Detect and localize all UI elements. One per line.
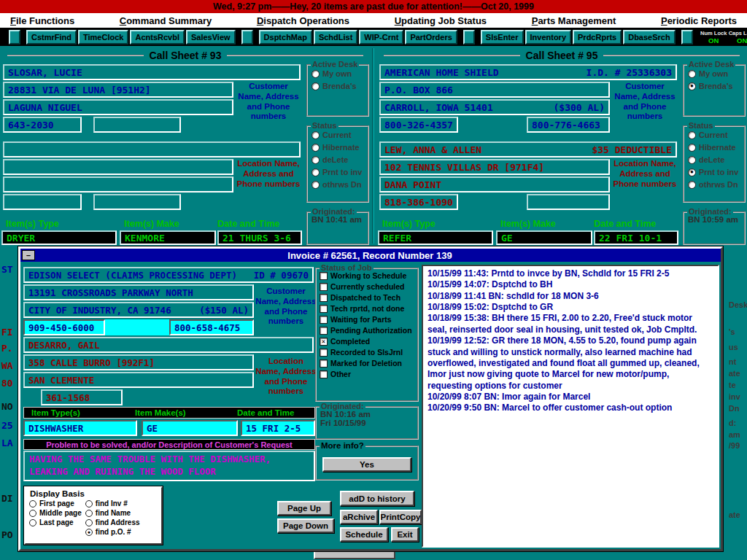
customer-phone2-field[interactable]: 800-776-4663 [527, 117, 610, 133]
radio-my-own[interactable]: My own [688, 69, 743, 78]
location-address-field[interactable] [3, 159, 233, 175]
customer-city-field[interactable]: CARROLL, IOWA 51401($300 AL) [379, 99, 610, 115]
radio-delete[interactable]: deLete [311, 155, 366, 164]
prdcrprts-button[interactable]: PrdcRprts [573, 30, 622, 44]
customer-phone2-field[interactable] [93, 117, 181, 133]
page-down-button[interactable]: Page Down [277, 518, 334, 533]
location-phone1-field[interactable] [3, 194, 82, 210]
radio-brendas[interactable]: Brenda's [311, 82, 366, 90]
location-phone2-field[interactable] [93, 194, 181, 210]
acntsrcvbl-button[interactable]: AcntsRcvbl [130, 30, 185, 44]
timeclock-button[interactable]: TimeClock [78, 30, 128, 44]
location-city-field[interactable] [3, 176, 233, 192]
radio-current[interactable]: Current [311, 131, 366, 139]
menu-dispatch-operations[interactable]: Dispatch Operations [257, 15, 349, 26]
checkbox-dispatched-to-tech[interactable]: Dispatched to Tech [320, 293, 416, 302]
page-up-button[interactable]: Page Up [277, 501, 331, 516]
menu-periodic-reports[interactable]: Periodic Reports [661, 15, 737, 26]
radio-find-po[interactable]: ●find p.O. # [85, 528, 140, 536]
item-make-value[interactable]: KENMORE [120, 230, 216, 245]
location-city-field[interactable]: DANA POINT [379, 176, 610, 192]
radio-delete[interactable]: deLete [688, 155, 743, 164]
location-phone-field[interactable]: 361-1568 [41, 389, 123, 405]
radio-last-page[interactable]: Last page [29, 518, 82, 526]
checkbox-recorded-to-slsjrnl[interactable]: Recorded to SlsJrnl [320, 348, 416, 357]
problem-text-field[interactable]: HAVING THE SAME TROUBLE WITH THE DISHWAS… [23, 451, 315, 481]
radio-prnt-to-inv[interactable]: ●Prnt to inv [688, 168, 743, 176]
customer-phone2-field[interactable]: 800-658-4675 [169, 319, 254, 335]
radio-my-own[interactable]: My own [311, 69, 366, 78]
checkbox-marked-for-deletion[interactable]: Marked for Deletion [320, 359, 416, 368]
customer-name-field[interactable]: SLOSAR, LUCIE [3, 64, 301, 80]
item-date-value[interactable]: 15 FRI 2-5 [241, 420, 315, 436]
dialog-titlebar[interactable]: Invoice # 62561, Record Number 139 [20, 249, 721, 262]
checkbox-waiting-for-parts[interactable]: Waiting for Parts [320, 315, 416, 324]
customer-name-field[interactable]: EDISON SELECT (CLAIMS PROCESSING DEPT)ID… [23, 267, 314, 283]
location-city-field[interactable]: SAN CLEMENTE [23, 372, 254, 388]
radio-find-name[interactable]: find Name [85, 509, 140, 517]
customer-city-field[interactable]: CITY OF INDUSTRY, CA 91746($150 AL) [23, 302, 254, 318]
customer-phone1-field[interactable]: 800-326-4357 [379, 117, 458, 133]
location-address-field[interactable]: 102 TENNIS VILLAS DR [971F4] [379, 159, 610, 175]
radio-hibernate[interactable]: Hibernate [688, 143, 743, 152]
location-phone2-field[interactable] [527, 194, 610, 210]
item-date-value[interactable]: 22 FRI 10-1 [594, 230, 678, 245]
checkbox-currently-scheduled[interactable]: Currently scheduled [320, 282, 416, 291]
menu-parts-management[interactable]: Parts Management [532, 15, 616, 26]
radio-find-inv[interactable]: find Inv # [85, 499, 140, 508]
window-menu-icon[interactable] [22, 250, 35, 260]
radio-find-address[interactable]: find Address [85, 518, 140, 526]
menu-updating-job-status[interactable]: Updating Job Status [395, 15, 487, 26]
radio-middle-page[interactable]: Middle page [29, 509, 82, 517]
partorders-button[interactable]: PartOrders [405, 30, 457, 44]
location-name-field[interactable]: LEW, ANNA & ALLEN$35 DEDUCTIBLE [379, 141, 677, 158]
checkbox-tech-rprtd-not-done[interactable]: Tech rprtd, not done [320, 304, 416, 313]
customer-address-field[interactable]: P.O. BOX 866 [379, 82, 610, 98]
checkbox-pending-authorization[interactable]: Pending Authorization [320, 326, 416, 335]
item-type-value[interactable]: DISHWASHER [23, 420, 137, 436]
customer-address-field[interactable]: 28831 VIA DE LUNA [951H2] [3, 82, 233, 98]
archive-button[interactable]: aRchive [340, 510, 378, 524]
customer-phone1-field[interactable]: 643-2030 [3, 117, 82, 133]
add-to-history-button[interactable]: adD to history [340, 491, 414, 506]
customer-phone1-field[interactable]: 909-450-6000 [23, 319, 105, 335]
checkbox-other[interactable]: Other [320, 370, 416, 378]
radio-othrws-dn[interactable]: othrws Dn [688, 180, 743, 189]
slsenter-button[interactable]: SlsEnter [481, 30, 524, 44]
item-make-value[interactable]: GE [142, 420, 238, 436]
customer-city-field[interactable]: LAGUNA NIGUEL [3, 99, 233, 115]
location-name-field[interactable]: DESARRO, GAIL [23, 337, 314, 353]
schdlist-button[interactable]: SchdList [314, 30, 357, 44]
customer-address-field[interactable]: 13191 CROSSROADS PARKWAY NORTH [23, 284, 254, 300]
dsptchmap-button[interactable]: DsptchMap [259, 30, 312, 44]
inventory-button[interactable]: Inventory [525, 30, 572, 44]
radio-current[interactable]: Current [688, 131, 743, 139]
checkbox-working-to-schedule[interactable]: Working to Schedule [320, 271, 416, 280]
checkbox-completed[interactable]: ✕Completed [320, 337, 416, 346]
item-type-value[interactable]: REFER [378, 230, 493, 245]
print-copy-button[interactable]: PrintCopy [379, 510, 422, 524]
wip-crnt-button[interactable]: WIP-Crnt [359, 30, 403, 44]
yes-button[interactable]: Yes [322, 457, 411, 472]
item-date-value[interactable]: 21 THURS 3-6 [217, 230, 302, 245]
schedule-button[interactable]: Schedule [340, 527, 388, 542]
radio-brendas[interactable]: ●Brenda's [688, 82, 743, 90]
dbasesrch-button[interactable]: DbaseSrch [623, 30, 675, 44]
radio-hibernate[interactable]: Hibernate [311, 143, 366, 152]
radio-first-page[interactable]: First page [29, 499, 82, 508]
location-phone1-field[interactable]: 818-386-1090 [379, 194, 458, 210]
item-make-value[interactable]: GE [496, 230, 592, 245]
radio-othrws-dn[interactable]: othrws Dn [311, 180, 366, 189]
cstmrfind-button[interactable]: CstmrFind [26, 30, 77, 44]
customer-name-field[interactable]: AMERICAN HOME SHIELDI.D. # 25336303 [379, 64, 677, 80]
menu-file-functions[interactable]: File Functions [10, 15, 74, 26]
item-type-value[interactable]: DRYER [1, 230, 117, 245]
history-log[interactable]: 10/15/99 11:43: Prntd to invce by BN, Sc… [422, 265, 719, 548]
radio-prnt-to-inv[interactable]: Prnt to inv [311, 168, 366, 176]
location-name-field[interactable] [3, 141, 301, 158]
menu-command-summary[interactable]: Command Summary [120, 15, 212, 26]
salesview-button[interactable]: SalesView [186, 30, 236, 44]
active-desk-group: Active Desk My own Brenda's [306, 64, 369, 117]
location-address-field[interactable]: 358 CALLE BURRO [992F1] [23, 354, 254, 370]
exit-button[interactable]: Exit [391, 527, 419, 542]
